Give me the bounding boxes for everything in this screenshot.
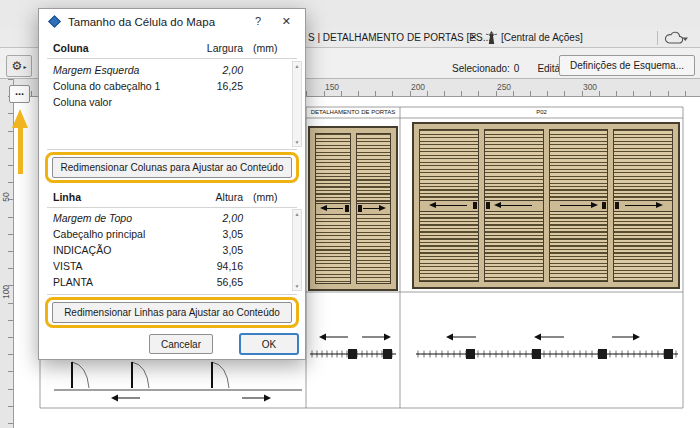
door-midrail xyxy=(316,203,350,215)
help-icon[interactable]: ? xyxy=(255,15,261,27)
door-panel xyxy=(549,129,609,282)
row-value: 16,25 xyxy=(187,80,243,92)
ruler-number: 300 xyxy=(583,82,597,92)
gear-icon: ⚙ xyxy=(12,59,23,73)
ruler-number: 150 xyxy=(325,82,339,92)
map-cell-size-dialog: Tamanho da Célula do Mapa ? ✕ Coluna Lar… xyxy=(38,8,306,360)
slide-arrow-left-icon xyxy=(431,205,467,206)
resize-lines-button[interactable]: Redimensionar Linhas para Ajustar ao Con… xyxy=(52,302,292,323)
resize-columns-button[interactable]: Redimensionar Colunas para Ajustar ao Co… xyxy=(52,157,292,178)
more-options-button[interactable]: ... xyxy=(9,85,30,103)
dialog-icon xyxy=(48,15,61,28)
ok-button[interactable]: OK xyxy=(239,333,299,355)
app-window: TÉRRE... S | DETALHAMENTO DE PORTAS [ES.… xyxy=(0,0,700,428)
table-row[interactable]: Margem de Topo 2,00 xyxy=(39,210,305,226)
row-value: 2,00 xyxy=(187,212,243,224)
tab-detalhamento-portas[interactable]: S | DETALHAMENTO DE PORTAS [ES... xyxy=(308,32,491,43)
line-section-title: Linha xyxy=(53,191,81,203)
row-value: 94,16 xyxy=(187,260,243,272)
slide-arrow-left-icon xyxy=(496,205,532,206)
tabbar-divider xyxy=(657,31,658,45)
close-icon[interactable]: ✕ xyxy=(282,15,291,28)
table-row[interactable]: Coluna valor xyxy=(39,94,305,110)
line-list-scrollbar[interactable]: ▲▼ xyxy=(292,209,302,291)
ruler-number: 50 xyxy=(1,192,11,201)
dialog-title: Tamanho da Célula do Mapa xyxy=(68,16,215,28)
selected-label: Selecionado: xyxy=(452,63,510,74)
table-row[interactable]: INDICAÇÃO 3,05 xyxy=(39,242,305,258)
slide-arrow-right-icon xyxy=(560,205,596,206)
table-row[interactable]: PLANTA 56,65 xyxy=(39,274,305,290)
line-section-header: Linha Altura (mm) xyxy=(53,191,293,203)
table-header-right: P02 xyxy=(400,108,683,117)
door-handle xyxy=(473,202,477,209)
door-midrail xyxy=(485,200,543,212)
settings-gear-button[interactable]: ⚙▸ xyxy=(6,55,32,77)
table-row[interactable]: Coluna do cabeçalho 1 16,25 xyxy=(39,78,305,94)
door-panel xyxy=(484,129,544,282)
door-midrail xyxy=(614,200,672,212)
door-panel xyxy=(613,129,673,282)
door-midrail xyxy=(357,203,391,215)
selected-value: 0 xyxy=(514,63,520,74)
action-center-icon[interactable] xyxy=(486,31,497,49)
row-label: Coluna valor xyxy=(53,96,187,108)
door-elevation-left xyxy=(308,126,398,291)
column-section-header: Coluna Largura (mm) xyxy=(53,42,293,54)
column-section-title: Coluna xyxy=(53,42,89,54)
line-list: Margem de Topo 2,00 Cabeçalho principal … xyxy=(39,210,305,290)
line-height-header: Altura xyxy=(187,191,243,203)
row-value: 56,65 xyxy=(187,276,243,288)
action-center-label[interactable]: [Central de Ações] xyxy=(501,32,583,43)
slide-arrow-right-icon xyxy=(625,205,661,206)
ruler-number: 200 xyxy=(411,82,425,92)
divider xyxy=(47,207,297,208)
column-list-scrollbar[interactable]: ▲▼ xyxy=(292,61,302,147)
divider xyxy=(47,294,297,295)
divider xyxy=(47,149,297,150)
cancel-button[interactable]: Cancelar xyxy=(149,334,213,354)
annotation-arrow xyxy=(12,109,28,128)
door-midrail xyxy=(550,200,608,212)
ruler-number: 100 xyxy=(1,285,11,299)
door-handle xyxy=(358,205,362,212)
vertical-ruler: 50 100 xyxy=(0,79,14,428)
row-label: PLANTA xyxy=(53,276,187,288)
door-elevation-right xyxy=(412,122,680,289)
dialog-titlebar[interactable]: Tamanho da Célula do Mapa ? ✕ xyxy=(39,9,305,35)
door-handle xyxy=(345,205,349,212)
tab-close-icon[interactable]: ✕ xyxy=(470,32,478,42)
row-label: Margem Esquerda xyxy=(53,64,187,76)
column-unit-header: (mm) xyxy=(243,42,293,54)
column-list: Margem Esquerda 2,00 Coluna do cabeçalho… xyxy=(39,62,305,110)
row-label: VISTA xyxy=(53,260,187,272)
column-width-header: Largura xyxy=(187,42,243,54)
door-panel xyxy=(356,133,392,284)
row-label: Margem de Topo xyxy=(53,212,187,224)
ruler-number: 250 xyxy=(497,82,511,92)
door-panel xyxy=(419,129,479,282)
chevron-right-icon: ▸ xyxy=(23,63,26,70)
door-handle xyxy=(615,202,619,209)
door-handle xyxy=(602,202,606,209)
row-label: Cabeçalho principal xyxy=(53,228,187,240)
slide-arrow-left-icon xyxy=(322,208,343,209)
slide-arrow-right-icon xyxy=(363,208,384,209)
table-row[interactable]: Margem Esquerda 2,00 xyxy=(39,62,305,78)
row-label: Coluna do cabeçalho 1 xyxy=(53,80,187,92)
ruler-ticks xyxy=(8,79,13,428)
row-value: 3,05 xyxy=(187,244,243,256)
scheme-settings-button[interactable]: Definições de Esquema... xyxy=(559,55,695,76)
table-row[interactable]: Cabeçalho principal 3,05 xyxy=(39,226,305,242)
divider xyxy=(47,58,297,59)
annotation-arrow-stem xyxy=(18,127,23,174)
door-handle xyxy=(486,202,490,209)
row-value: 3,05 xyxy=(187,228,243,240)
door-panel xyxy=(315,133,351,284)
table-row[interactable]: VISTA 94,16 xyxy=(39,258,305,274)
line-unit-header: (mm) xyxy=(243,191,293,203)
door-midrail xyxy=(420,200,478,212)
table-header-left: DETALHAMENTO DE PORTAS xyxy=(306,108,400,117)
row-value: 2,00 xyxy=(187,64,243,76)
row-label: INDICAÇÃO xyxy=(53,244,187,256)
